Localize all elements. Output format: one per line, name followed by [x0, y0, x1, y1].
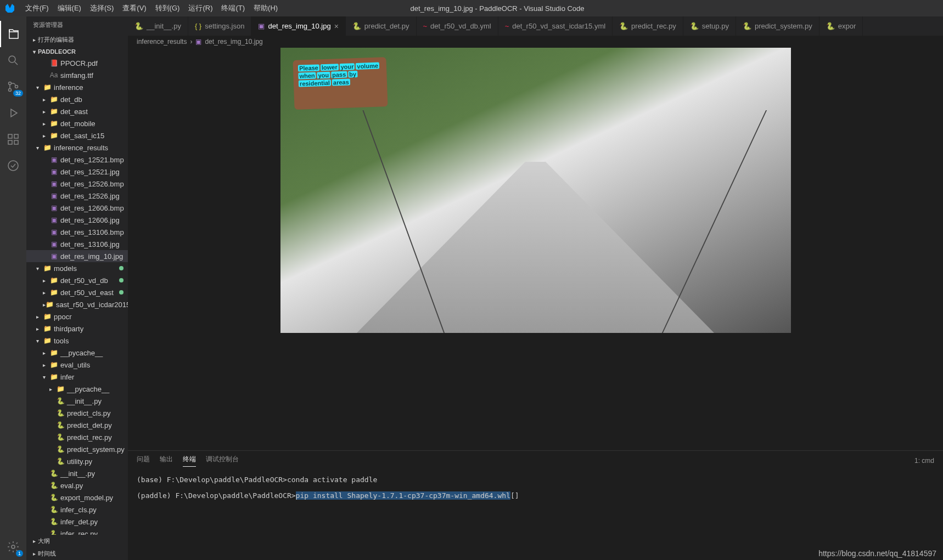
editor-tab[interactable]: 🐍predict_system.py	[736, 16, 819, 36]
item-label: det_mobile	[60, 120, 96, 128]
file-item[interactable]: ▣det_res_12526.jpg	[26, 190, 128, 202]
file-item[interactable]: 🐍predict_cls.py	[26, 407, 128, 419]
menu-item[interactable]: 文件(F)	[21, 4, 53, 12]
folder-item[interactable]: ▸📁det_mobile	[26, 117, 128, 129]
file-item[interactable]: ▣det_res_12526.bmp	[26, 178, 128, 190]
file-item[interactable]: 🐍predict_system.py	[26, 443, 128, 455]
editor-tab[interactable]: ~det_r50_vd_db.yml	[417, 16, 498, 36]
file-item[interactable]: 🐍eval.py	[26, 479, 128, 491]
image-preview[interactable]: Pleaseloweryourvolumewhenyoupassbyreside…	[128, 48, 943, 450]
folder-icon: 📁	[46, 300, 54, 309]
source-control-icon[interactable]: 32	[0, 73, 26, 100]
folder-item[interactable]: ▸📁eval_utils	[26, 359, 128, 371]
editor-tab[interactable]: { }settings.json	[188, 16, 252, 36]
testing-icon[interactable]	[0, 152, 26, 179]
run-debug-icon[interactable]	[0, 100, 26, 126]
file-tree[interactable]: 📕PPOCR.pdfAasimfang.ttf▾📁inference▸📁det_…	[26, 57, 128, 535]
folder-item[interactable]: ▸📁det_east	[26, 105, 128, 117]
panel-tab[interactable]: 终端	[183, 455, 196, 467]
open-editors-section[interactable]: ▸打开的编辑器	[26, 33, 128, 46]
search-icon[interactable]	[0, 47, 26, 73]
py-icon: 🐍	[49, 493, 58, 502]
font-icon: Aa	[49, 71, 58, 80]
editor-tab[interactable]: 🐍expor	[819, 16, 863, 36]
tab-label: setup.py	[702, 22, 729, 30]
explorer-icon[interactable]	[0, 21, 26, 47]
terminal-body[interactable]: (base) F:\Develop\paddle\PaddleOCR>conda…	[128, 470, 943, 560]
folder-item[interactable]: ▸📁det_r50_vd_db	[26, 274, 128, 286]
detected-text-box: by	[347, 71, 357, 78]
py-icon: 🐍	[49, 529, 58, 535]
item-label: det_res_12521.jpg	[60, 168, 120, 176]
panel-tab[interactable]: 调试控制台	[206, 455, 239, 466]
settings-icon[interactable]: 1	[0, 534, 26, 560]
breadcrumb-seg[interactable]: inference_results	[137, 38, 187, 46]
folder-icon: 📁	[49, 131, 58, 140]
file-item[interactable]: ▣det_res_img_10.jpg	[26, 250, 128, 262]
editor-tab[interactable]: 🐍setup.py	[683, 16, 736, 36]
file-item[interactable]: ▣det_res_12521.jpg	[26, 166, 128, 178]
folder-item[interactable]: ▾📁inference	[26, 81, 128, 93]
terminal-selector[interactable]: 1: cmd	[914, 457, 934, 465]
detected-text-box: when	[298, 72, 316, 80]
editor-tab[interactable]: ▣det_res_img_10.jpg×	[251, 16, 345, 36]
detected-text-box: lower	[320, 64, 338, 71]
folder-item[interactable]: ▸📁sast_r50_vd_icdar2015	[26, 298, 128, 310]
file-item[interactable]: ▣det_res_12606.bmp	[26, 202, 128, 214]
menu-item[interactable]: 查看(V)	[118, 4, 150, 12]
file-item[interactable]: 🐍infer_rec.py	[26, 528, 128, 535]
py-icon: 🐍	[56, 445, 65, 454]
outline-section[interactable]: ▸大纲	[26, 535, 128, 547]
menu-item[interactable]: 选择(S)	[86, 4, 118, 12]
folder-item[interactable]: ▸📁__pycache__	[26, 347, 128, 359]
file-item[interactable]: ▣det_res_12521.bmp	[26, 154, 128, 166]
folder-item[interactable]: ▾📁models	[26, 262, 128, 274]
editor-tab[interactable]: 🐍predict_rec.py	[613, 16, 683, 36]
folder-item[interactable]: ▸📁det_db	[26, 93, 128, 105]
editor-tab[interactable]: 🐍__init__.py	[128, 16, 188, 36]
file-item[interactable]: 🐍infer_cls.py	[26, 504, 128, 516]
folder-item[interactable]: ▾📁infer	[26, 371, 128, 383]
menu-item[interactable]: 终端(T)	[217, 4, 249, 12]
folder-item[interactable]: ▸📁ppocr	[26, 310, 128, 323]
img-icon: ▣	[49, 155, 58, 164]
chevron-icon: ▸	[43, 362, 49, 368]
file-item[interactable]: Aasimfang.ttf	[26, 69, 128, 81]
close-icon[interactable]: ×	[334, 22, 339, 31]
panel-tab[interactable]: 输出	[160, 455, 173, 466]
breadcrumb[interactable]: inference_results › ▣ det_res_img_10.jpg	[128, 36, 943, 48]
file-item[interactable]: 🐍__init__.py	[26, 467, 128, 479]
detected-text-box: areas	[332, 78, 350, 86]
menu-item[interactable]: 帮助(H)	[249, 4, 282, 12]
project-section[interactable]: ▾PADDLEOCR	[26, 46, 128, 57]
file-item[interactable]: 📕PPOCR.pdf	[26, 57, 128, 69]
file-item[interactable]: 🐍predict_rec.py	[26, 431, 128, 443]
extensions-icon[interactable]	[0, 126, 26, 152]
breadcrumb-seg[interactable]: det_res_img_10.jpg	[205, 38, 262, 46]
file-item[interactable]: 🐍export_model.py	[26, 491, 128, 504]
file-item[interactable]: 🐍__init__.py	[26, 395, 128, 407]
panel-tab[interactable]: 问题	[137, 455, 150, 466]
folder-item[interactable]: ▾📁inference_results	[26, 142, 128, 154]
tab-label: det_r50_vd_db.yml	[430, 22, 491, 30]
item-label: infer_rec.py	[60, 530, 98, 535]
menu-item[interactable]: 编辑(E)	[53, 4, 86, 12]
editor-tab[interactable]: ~det_r50_vd_sast_icdar15.yml	[498, 16, 613, 36]
menu-item[interactable]: 运行(R)	[184, 4, 217, 12]
window-title: det_res_img_10.jpg - PaddleOCR - Visual …	[282, 4, 712, 13]
folder-item[interactable]: ▾📁tools	[26, 335, 128, 347]
file-item[interactable]: ▣det_res_13106.bmp	[26, 226, 128, 238]
menu-item[interactable]: 转到(G)	[151, 4, 184, 12]
file-item[interactable]: 🐍predict_det.py	[26, 419, 128, 431]
folder-item[interactable]: ▸📁thirdparty	[26, 323, 128, 335]
editor-tab[interactable]: 🐍predict_det.py	[346, 16, 417, 36]
file-item[interactable]: 🐍utility.py	[26, 455, 128, 467]
chevron-icon: ▾	[36, 145, 43, 151]
file-item[interactable]: ▣det_res_13106.jpg	[26, 238, 128, 250]
folder-item[interactable]: ▸📁det_sast_ic15	[26, 129, 128, 142]
file-item[interactable]: ▣det_res_12606.jpg	[26, 214, 128, 226]
file-item[interactable]: 🐍infer_det.py	[26, 516, 128, 528]
folder-item[interactable]: ▸📁det_r50_vd_east	[26, 286, 128, 298]
timeline-section[interactable]: ▸时间线	[26, 547, 128, 560]
folder-item[interactable]: ▸📁__pycache__	[26, 383, 128, 395]
